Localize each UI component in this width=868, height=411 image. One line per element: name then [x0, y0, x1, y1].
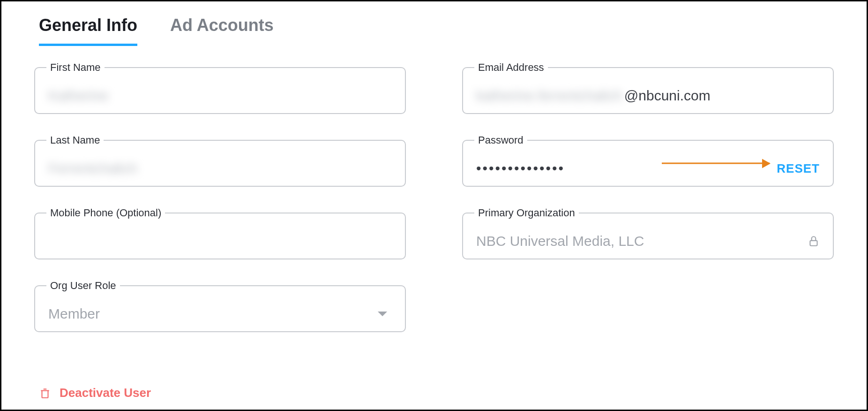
email-value: katherine.ferrentchalich @nbcuni.com [476, 88, 820, 104]
primary-org-field: Primary Organization NBC Universal Media… [462, 213, 834, 259]
email-label: Email Address [474, 61, 548, 74]
trash-icon [39, 387, 51, 399]
tab-bar: General Info Ad Accounts [1, 1, 867, 46]
org-user-role-field[interactable]: Org User Role Member [34, 285, 406, 332]
svg-rect-0 [810, 241, 817, 246]
user-settings-panel: General Info Ad Accounts First Name Kath… [0, 0, 868, 411]
password-label: Password [474, 134, 527, 146]
reset-password-link[interactable]: RESET [777, 161, 820, 176]
password-masked: •••••••••••••• [476, 160, 565, 176]
tab-general-info[interactable]: General Info [39, 15, 137, 46]
primary-org-value: NBC Universal Media, LLC [476, 234, 808, 248]
email-prefix: katherine.ferrentchalich [476, 88, 622, 104]
form-area: First Name Katherine Last Name Ferrentch… [1, 46, 867, 332]
email-field[interactable]: Email Address katherine.ferrentchalich @… [462, 67, 834, 114]
email-suffix: @nbcuni.com [624, 88, 711, 104]
org-user-role-label: Org User Role [46, 280, 120, 292]
chevron-down-icon [378, 312, 387, 316]
last-name-value: Ferrentchalich [48, 161, 392, 175]
mobile-phone-label: Mobile Phone (Optional) [46, 207, 165, 219]
primary-org-label: Primary Organization [474, 207, 579, 219]
deactivate-user-button[interactable]: Deactivate User [39, 386, 151, 400]
org-user-role-value: Member [48, 307, 378, 321]
annotation-arrow [662, 163, 770, 164]
left-column: First Name Katherine Last Name Ferrentch… [34, 67, 406, 332]
lock-icon [808, 235, 820, 247]
right-column: Email Address katherine.ferrentchalich @… [462, 67, 834, 332]
first-name-label: First Name [46, 61, 105, 74]
last-name-label: Last Name [46, 134, 104, 146]
first-name-value: Katherine [48, 89, 392, 103]
deactivate-user-label: Deactivate User [60, 386, 151, 400]
tab-ad-accounts[interactable]: Ad Accounts [170, 15, 274, 46]
password-field: Password •••••••••••••• RESET [462, 140, 834, 187]
last-name-field[interactable]: Last Name Ferrentchalich [34, 140, 406, 187]
mobile-phone-field[interactable]: Mobile Phone (Optional) [34, 213, 406, 259]
first-name-field[interactable]: First Name Katherine [34, 67, 406, 114]
